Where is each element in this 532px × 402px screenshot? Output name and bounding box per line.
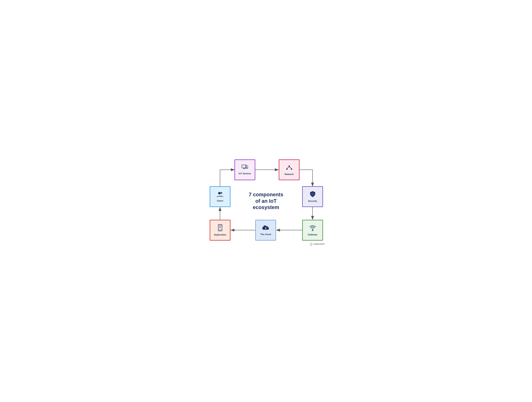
application-label: Application: [214, 233, 226, 236]
users-icon: [216, 191, 224, 198]
svg-line-15: [289, 167, 291, 169]
iot-icon: [242, 165, 248, 171]
svg-point-11: [289, 165, 290, 167]
node-iot: IoT devices: [234, 159, 255, 180]
center-title: 7 components of an IoT ecosystem: [245, 191, 287, 211]
svg-point-12: [286, 169, 288, 170]
node-gateway: Gateway: [302, 220, 323, 240]
svg-point-28: [218, 192, 221, 195]
node-application: Application: [210, 220, 230, 240]
node-cloud: The cloud: [255, 220, 276, 240]
diagram: 7 components of an IoT ecosystem: [206, 155, 326, 247]
gateway-icon: [309, 224, 316, 232]
gateway-label: Gateway: [308, 233, 317, 236]
svg-line-14: [287, 167, 289, 169]
network-icon: [286, 164, 292, 172]
node-users: Users: [210, 186, 230, 207]
logo: SUMATOSOFT: [310, 243, 325, 246]
svg-point-13: [291, 169, 292, 170]
node-network: Network: [279, 159, 299, 180]
users-label: Users: [217, 200, 223, 202]
node-security: Security: [302, 186, 323, 207]
security-label: Security: [308, 200, 317, 202]
logo-icon: [310, 243, 313, 246]
cloud-icon: [262, 225, 269, 232]
security-icon: [310, 191, 316, 198]
iot-label: IoT devices: [239, 172, 251, 175]
svg-point-23: [220, 230, 220, 231]
network-label: Network: [285, 173, 294, 176]
cloud-label: The cloud: [260, 233, 271, 236]
logo-text: SUMATOSOFT: [313, 243, 325, 245]
application-icon: [218, 224, 222, 232]
title-line2: of an IoT ecosystem: [253, 198, 279, 210]
title-line1: 7 components: [249, 192, 283, 197]
